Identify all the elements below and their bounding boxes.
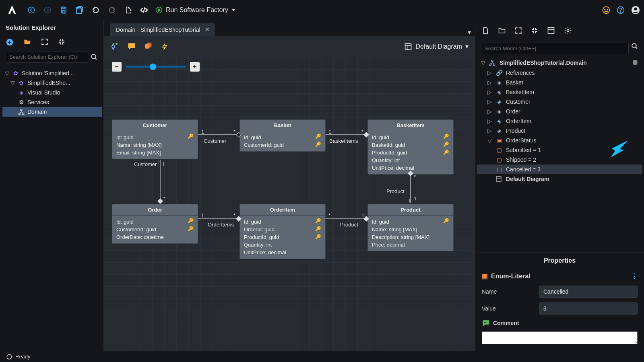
tree-row-services[interactable]: ⚙ Services <box>2 97 102 107</box>
help-icon[interactable] <box>617 6 625 14</box>
new-file-icon[interactable] <box>482 27 489 35</box>
model-row-root[interactable]: ▽ SimplifiedEShopTutorial.Domain <box>477 58 642 68</box>
model-row-default-diagram[interactable]: Default Diagram <box>477 174 642 184</box>
back-icon[interactable] <box>27 5 36 15</box>
open-folder-icon[interactable] <box>23 38 31 46</box>
entity-order[interactable]: Order 🔑 🔑 Id: guid CustomerId: guid Orde… <box>112 204 198 244</box>
props-value-input[interactable] <box>539 302 638 315</box>
explorer-search-input[interactable] <box>6 51 88 63</box>
settings-gear-icon[interactable] <box>564 27 572 35</box>
search-icon[interactable] <box>91 53 98 61</box>
expand-icon[interactable] <box>41 38 48 46</box>
entity-customer[interactable]: Customer 🔑 Id: guid Name: string [MAX] E… <box>112 119 198 159</box>
tree-row-project[interactable]: ▽ ✿ SimplifiedESho... <box>2 78 102 88</box>
entity-header: Order <box>112 204 198 216</box>
feedback-icon[interactable] <box>602 6 610 14</box>
svg-point-49 <box>485 322 486 323</box>
model-row-basketitem[interactable]: ▷◈ BasketItem <box>477 87 642 97</box>
zoom-thumb[interactable] <box>150 64 156 70</box>
svg-point-37 <box>632 43 636 48</box>
props-name-input[interactable] <box>539 286 638 298</box>
entity-basketitem[interactable]: BasketItem 🔑 🔑 🔑 Id: guid BasketId: guid… <box>367 119 454 175</box>
entity-basket[interactable]: Basket 🔑 🔑 Id: guid CustomerId: guid <box>239 119 326 152</box>
svg-rect-34 <box>548 28 554 34</box>
entity-header: Basket <box>240 120 325 131</box>
tree-row-solution[interactable]: ▽ ✿ Solution 'Simplified... <box>2 68 102 78</box>
diagram-canvas[interactable]: − + Customer 🔑 Id: guid Name: string [MA… <box>104 57 475 351</box>
relation-label: Customer <box>204 138 226 144</box>
undo-icon[interactable] <box>91 5 101 15</box>
tab-domain[interactable]: Domain - SimplifiedEShopTutorial ✕ <box>110 23 215 36</box>
more-options-icon[interactable]: ⋮ <box>631 272 638 280</box>
svg-line-16 <box>95 58 97 60</box>
svg-rect-2 <box>62 7 65 8</box>
tree-row-domain[interactable]: Domain <box>2 107 102 117</box>
enum-value-cancelled[interactable]: ▢ Cancelled = 3 <box>477 165 642 174</box>
entity-product[interactable]: Product 🔑 Id: guid Name: string [MAX] De… <box>367 204 454 251</box>
attr: Description: string [MAX] <box>372 233 449 241</box>
forward-icon[interactable] <box>43 5 52 15</box>
collapse-icon[interactable] <box>58 38 65 46</box>
model-label: OrderStatus <box>506 137 536 144</box>
cardinality: * <box>361 129 363 135</box>
key-icon: 🔑 <box>315 218 321 224</box>
model-label: Default Diagram <box>506 176 549 182</box>
relation-label: Product <box>386 188 405 194</box>
lightning-icon[interactable] <box>161 42 170 51</box>
svg-rect-24 <box>147 43 151 47</box>
model-label: BasketItem <box>506 89 534 95</box>
model-label: Customer <box>506 99 530 105</box>
key-icon: 🔑 <box>188 134 194 139</box>
export-icon[interactable] <box>123 5 133 15</box>
comment-icon[interactable] <box>127 42 136 51</box>
save-all-icon[interactable] <box>75 5 85 15</box>
svg-point-9 <box>607 9 608 10</box>
model-row-order[interactable]: ▷◈ Order <box>477 107 642 116</box>
cardinality: * <box>233 129 235 135</box>
model-row-basket[interactable]: ▷◈ Basket <box>477 78 642 87</box>
zoom-slider[interactable] <box>126 66 186 68</box>
open-folder-icon[interactable] <box>498 27 506 34</box>
attr: Quantity: int <box>244 241 321 249</box>
attr: ProductId: guid <box>372 149 449 156</box>
model-row-orderitem[interactable]: ▷◈ OrderItem <box>477 116 642 126</box>
model-row-references[interactable]: ▷🔗 References <box>477 68 642 78</box>
code-icon[interactable] <box>139 5 149 15</box>
zoom-in-button[interactable]: + <box>190 62 200 72</box>
new-icon[interactable] <box>6 38 14 46</box>
entity-orderitem[interactable]: OrderItem 🔑 🔑 🔑 Id: guid OrderId: guid P… <box>239 204 326 259</box>
tree-row-visualstudio[interactable]: ◈ Visual Studio <box>2 88 102 97</box>
diagram-selector[interactable]: Default Diagram ▾ <box>404 43 469 51</box>
run-button[interactable]: Run Software Factory <box>155 6 235 14</box>
database-icon[interactable] <box>632 59 638 66</box>
cardinality: * <box>414 174 416 180</box>
collapse-all-icon[interactable] <box>531 27 538 34</box>
enum-icon[interactable] <box>144 42 153 51</box>
tab-label: Domain - SimplifiedEShopTutorial <box>116 27 200 33</box>
account-icon[interactable] <box>631 6 640 14</box>
solution-explorer: Solution Explorer ▽ ✿ Solution 'Simpli <box>0 20 104 351</box>
cardinality: 1 <box>162 161 165 167</box>
expand-all-icon[interactable] <box>515 27 522 34</box>
enum-literal-icon: ▣ <box>482 272 488 280</box>
diagram-view-icon[interactable] <box>547 27 555 35</box>
redo-icon[interactable] <box>107 5 117 15</box>
cardinality: 1 <box>201 212 204 218</box>
zoom-out-button[interactable]: − <box>112 62 122 72</box>
save-icon[interactable] <box>59 5 68 15</box>
model-row-customer[interactable]: ▷◈ Customer <box>477 97 642 107</box>
model-row-product[interactable]: ▷◈ Product <box>477 126 642 136</box>
attr: Name: string [MAX] <box>372 226 449 233</box>
search-icon[interactable] <box>631 43 638 50</box>
svg-rect-3 <box>62 10 65 13</box>
fk-icon: 🔑 <box>188 226 194 232</box>
tab-dropdown-icon[interactable]: ▾ <box>468 29 471 36</box>
comment-bubble-icon <box>482 319 490 327</box>
close-tab-icon[interactable]: ✕ <box>204 27 210 32</box>
tree-label: Visual Studio <box>27 89 60 96</box>
arrow-head: ↑ <box>157 158 160 165</box>
model-search-input[interactable] <box>481 43 629 54</box>
model-root-label: SimplifiedEShopTutorial.Domain <box>500 60 587 66</box>
props-comment-textarea[interactable] <box>482 331 638 344</box>
add-class-icon[interactable] <box>110 42 119 51</box>
